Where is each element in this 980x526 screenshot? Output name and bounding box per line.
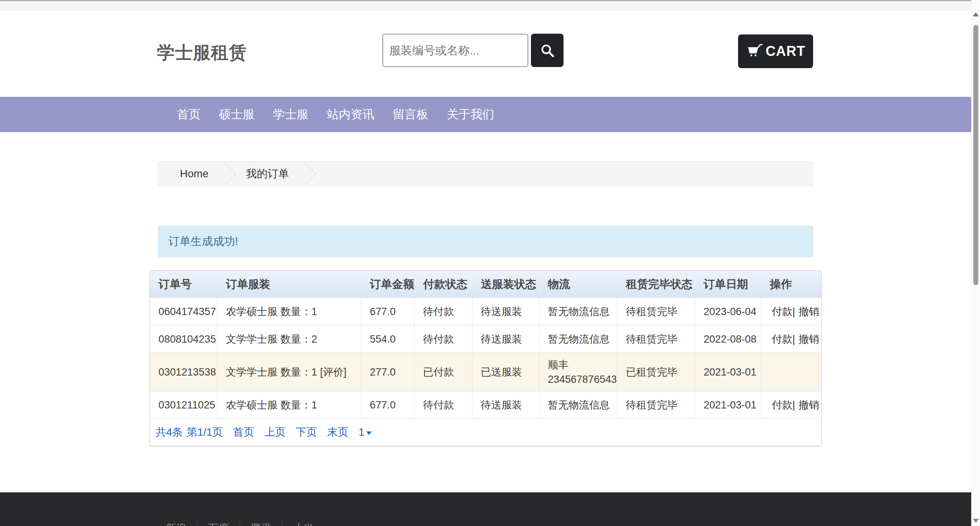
table-row: 0808104235 文学学士服 数量：2 554.0 待付款 待送服装 暂无物… <box>150 325 821 353</box>
cancel-link[interactable]: 撤销 <box>799 332 819 346</box>
cancel-link[interactable]: 撤销 <box>799 398 819 412</box>
cell-amount: 554.0 <box>361 325 415 353</box>
footer-link-tencent[interactable]: 腾讯 <box>240 519 282 526</box>
cell-delivery-status: 已送服装 <box>472 353 539 391</box>
pagination-last[interactable]: 末页 <box>327 425 349 439</box>
browser-edge-strip <box>0 0 971 10</box>
main-nav: 首页 硕士服 学士服 站内资讯 留言板 关于我们 <box>0 97 971 132</box>
table-row: 0604174357 农学硕士服 数量：1 677.0 待付款 待送服装 暂无物… <box>150 297 821 325</box>
cell-actions <box>761 353 821 391</box>
cell-rental-status: 待租赁完毕 <box>617 325 695 353</box>
column-header-amount: 订单金额 <box>361 271 415 297</box>
breadcrumb-current: 我的订单 <box>246 167 289 181</box>
scrollbar-thumb[interactable] <box>973 25 978 285</box>
footer-link-baidu[interactable]: 百度 <box>198 519 240 526</box>
search-bar <box>382 34 564 67</box>
column-header-logistics: 物流 <box>539 271 617 297</box>
orders-table: 订单号 订单服装 订单金额 付款状态 送服装状态 物流 租赁完毕状态 订单日期 … <box>150 270 822 446</box>
table-header-row: 订单号 订单服装 订单金额 付款状态 送服装状态 物流 租赁完毕状态 订单日期 … <box>150 271 821 297</box>
scrollbar-down-arrow-icon[interactable] <box>973 519 979 523</box>
pagination-page-info: 第1/1页 <box>187 425 223 439</box>
footer-link-xiaomi[interactable]: 小米 <box>283 519 325 526</box>
column-header-rental-status: 租赁完毕状态 <box>617 271 695 297</box>
search-input[interactable] <box>382 34 528 67</box>
cell-logistics: 顺丰 234567876543 <box>539 353 617 391</box>
cell-clothing: 农学硕士服 数量：1 <box>217 391 361 418</box>
pay-link[interactable]: 付款 <box>772 304 792 319</box>
pagination-total: 共4条 <box>155 425 183 439</box>
table-row: 0301211025 农学硕士服 数量：1 677.0 待付款 待送服装 暂无物… <box>150 391 821 418</box>
site-title[interactable]: 学士服租赁 <box>157 41 247 65</box>
pay-link[interactable]: 付款 <box>772 332 792 346</box>
chevron-right-icon <box>212 162 236 185</box>
cell-order-no: 0604174357 <box>150 298 217 325</box>
column-header-delivery-status: 送服装状态 <box>472 271 539 297</box>
table-row: 0301213538 文学学士服 数量：1 [评价] 277.0 已付款 已送服… <box>150 353 821 391</box>
nav-item-message-board[interactable]: 留言板 <box>393 106 428 123</box>
pay-link[interactable]: 付款 <box>772 398 792 412</box>
footer-link-sina[interactable]: 新浪 <box>155 519 197 526</box>
chevron-right-icon <box>292 162 316 185</box>
pagination-first[interactable]: 首页 <box>233 425 255 439</box>
column-header-payment-status: 付款状态 <box>415 271 472 297</box>
cell-rental-status: 已租赁完毕 <box>617 353 695 391</box>
breadcrumb: Home 我的订单 <box>158 161 813 186</box>
nav-item-site-news[interactable]: 站内资讯 <box>327 106 374 123</box>
vertical-scrollbar <box>971 0 980 526</box>
cell-rental-status: 待租赁完毕 <box>617 391 695 418</box>
pagination: 共4条 第1/1页 首页 上页 下页 末页 1 <box>150 418 821 446</box>
pagination-next[interactable]: 下页 <box>296 425 317 439</box>
cell-delivery-status: 待送服装 <box>472 391 539 418</box>
pagination-prev[interactable]: 上页 <box>265 425 286 439</box>
search-icon <box>539 42 556 59</box>
site-footer: 新浪 百度 腾讯 小米 <box>0 492 971 526</box>
page: 学士服租赁 <box>0 0 980 526</box>
cell-clothing[interactable]: 文学学士服 数量：1 [评价] <box>217 353 361 391</box>
order-success-alert: 订单生成成功! <box>158 226 813 257</box>
scrollbar-up-arrow-icon[interactable] <box>973 12 979 16</box>
nav-item-bachelor-gown[interactable]: 学士服 <box>273 106 309 123</box>
nav-item-about-us[interactable]: 关于我们 <box>447 106 494 123</box>
column-header-clothing: 订单服装 <box>217 271 361 297</box>
action-separator: | <box>792 332 795 346</box>
site-header: 学士服租赁 <box>0 10 971 97</box>
column-header-order-date: 订单日期 <box>695 271 761 297</box>
column-header-order-no: 订单号 <box>150 271 217 297</box>
cell-payment-status: 待付款 <box>415 325 472 353</box>
cell-order-date: 2023-06-04 <box>695 298 761 325</box>
cart-icon <box>746 43 764 59</box>
cell-clothing: 文学学士服 数量：2 <box>217 325 361 353</box>
page-select-value: 1 <box>359 426 365 438</box>
alert-message: 订单生成成功! <box>168 234 238 249</box>
cell-clothing: 农学硕士服 数量：1 <box>217 298 361 325</box>
nav-item-master-gown[interactable]: 硕士服 <box>219 106 255 123</box>
chevron-down-icon <box>366 431 372 435</box>
cell-payment-status: 已付款 <box>415 353 472 391</box>
cell-actions: 付款 | 撤销 <box>761 391 821 418</box>
cell-order-date: 2021-03-01 <box>695 391 761 418</box>
cell-amount: 277.0 <box>361 353 415 391</box>
cart-button-label: CART <box>766 43 805 59</box>
cell-order-date: 2022-08-08 <box>695 325 761 353</box>
breadcrumb-home[interactable]: Home <box>180 168 209 180</box>
cell-logistics: 暂无物流信息 <box>539 298 617 325</box>
nav-item-home[interactable]: 首页 <box>177 106 201 123</box>
cell-delivery-status: 待送服装 <box>472 298 539 325</box>
cancel-link[interactable]: 撤销 <box>799 304 819 319</box>
cell-payment-status: 待付款 <box>415 391 472 418</box>
action-separator: | <box>792 304 795 319</box>
cell-order-no: 0808104235 <box>150 325 217 353</box>
cell-delivery-status: 待送服装 <box>472 325 539 353</box>
page-select[interactable]: 1 <box>359 426 372 438</box>
cell-amount: 677.0 <box>361 391 415 418</box>
column-header-actions: 操作 <box>761 271 821 297</box>
action-separator: | <box>792 398 795 412</box>
cell-order-date: 2021-03-01 <box>695 353 761 391</box>
cell-order-no: 0301213538 <box>150 353 217 391</box>
cell-rental-status: 待租赁完毕 <box>617 298 695 325</box>
cart-button[interactable]: CART <box>738 34 813 68</box>
search-button[interactable] <box>531 34 564 67</box>
cell-logistics: 暂无物流信息 <box>539 325 617 353</box>
cell-actions: 付款 | 撤销 <box>761 325 821 353</box>
cell-payment-status: 待付款 <box>415 298 472 325</box>
